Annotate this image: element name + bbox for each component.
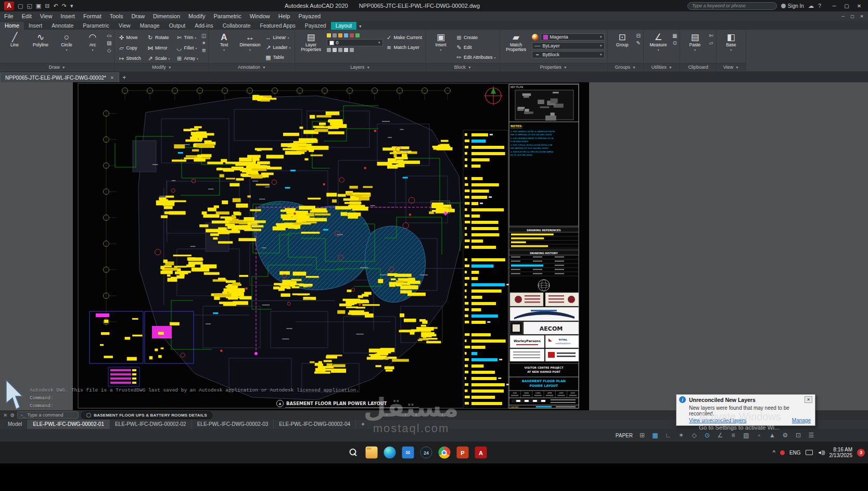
language-indicator[interactable]: ENG [789,450,801,456]
clean-screen-icon[interactable]: ⊡ [794,432,803,439]
file-tab-active[interactable]: NPP0065-JTC-ELE-PWL-IFC-DWG-00002* ✕ [0,72,119,82]
polar-icon[interactable]: ✶ [676,432,686,439]
taskbar-app-badge-icon[interactable]: 24 [420,447,432,459]
selection-icon[interactable]: ▫ [755,432,764,439]
menu-item-modify[interactable]: Modify [184,11,209,21]
mdi-close-icon[interactable]: ✕ [858,12,866,20]
groups-panel-title[interactable]: Groups▼ [608,63,643,71]
ribbon-tab-add-ins[interactable]: Add-ins [190,22,218,30]
taskbar-powerpoint-icon[interactable]: P [456,447,468,459]
ribbon-tab-annotate[interactable]: Annotate [47,22,78,30]
plot-icon[interactable]: ⊟ [45,3,49,9]
layer-tool-icons[interactable] [327,48,383,52]
create-block-button[interactable]: ⊞Create [455,33,497,42]
snap-icon[interactable]: ▦ [650,432,660,439]
offset-icon[interactable]: ≣ [201,47,206,54]
osnap-icon[interactable]: ⊙ [703,432,712,439]
id-point-icon[interactable]: ⊙ [672,40,677,46]
circle-button[interactable]: ○Circle▾ [55,31,79,53]
help-icon[interactable]: ? [818,3,821,9]
menu-item-draw[interactable]: Draw [127,11,149,21]
group-edit-icon[interactable]: ✎ [636,40,641,46]
make-current-button[interactable]: ✓Make Current [385,33,424,42]
customize-icon[interactable]: ☰ [807,432,816,439]
erase-icon[interactable]: ◫ [201,33,206,39]
save-icon[interactable]: ▣ [36,3,41,9]
maximize-button[interactable]: ▢ [841,1,852,10]
menu-item-file[interactable]: File [0,11,18,21]
ribbon-tab-featured-apps[interactable]: Featured Apps [255,22,300,30]
measure-button[interactable]: ∠Measure▾ [646,31,670,53]
minimize-button[interactable]: ─ [828,1,840,10]
clock[interactable]: 8:16 AM 2/13/2025 [829,447,853,459]
volume-icon[interactable]: ◄))) [818,450,825,455]
ribbon-tab-payazed[interactable]: Payazed [300,22,331,30]
sign-in-button[interactable]: Sign In [781,3,804,9]
layout-paper[interactable]: ABASEMENT FLOOR PLAN POWER LAYOUTKEY PLA… [73,82,589,410]
ribbon-tab-insert[interactable]: Insert [24,22,47,30]
tray-expand-icon[interactable]: ^ [773,449,775,456]
layers-panel-title[interactable]: Layers▼ [295,63,426,71]
ribbon-tab-overflow-caret[interactable]: ▾ [356,23,364,30]
polyline-button[interactable]: ∿Polyline [29,31,53,47]
transparency-icon[interactable]: ▨ [742,432,751,439]
modify-move-button[interactable]: ✜Move [117,33,142,42]
text-button[interactable]: AText▾ [212,31,236,53]
taskbar-start-icon[interactable] [329,447,341,459]
menu-item-format[interactable]: Format [79,11,106,21]
ribbon-tab-home[interactable]: Home [0,22,24,30]
command-input[interactable]: >_ Type a command [17,411,79,419]
ribbon-tab-output[interactable]: Output [164,22,190,30]
edit-attributes-button[interactable]: ✏Edit Attributes▾ [455,53,497,61]
modify-panel-title[interactable]: Modify▼ [114,63,209,71]
base-button[interactable]: ◧Base▾ [719,31,743,53]
detail-view-pill[interactable]: BASEMENT FLOOR UPS & BATTERY ROOMS DETAI… [81,411,212,419]
copy-clip-icon[interactable]: ▱ [709,40,713,46]
leader-button[interactable]: ↗Leader▾ [264,43,291,52]
command-customize-icon[interactable]: ⚙ [10,412,15,418]
modify-scale-button[interactable]: ⇗Scale▾ [146,54,171,62]
command-close-icon[interactable]: ✕ [3,412,7,418]
workspace-icon[interactable]: ⚙ [781,432,790,439]
ungroup-icon[interactable]: ⊟ [636,33,641,39]
menu-item-parametric[interactable]: Parametric [209,11,245,21]
menu-item-help[interactable]: Help [274,11,295,21]
lineweight-dropdown[interactable]: ━ByBlock▾ [532,51,605,58]
layout-tab-ele-pwl-ifc-dwg-00002-01[interactable]: ELE-PWL-IFC-DWG-00002-01 [28,420,110,429]
redo-icon[interactable]: ↷ [62,3,67,9]
menu-item-tools[interactable]: Tools [106,11,127,21]
taskbar-file-explorer-icon[interactable] [365,447,377,459]
new-file-tab-button[interactable]: + [119,72,130,82]
menu-item-window[interactable]: Window [246,11,274,21]
grid-icon[interactable]: ⊞ [637,432,647,439]
modify-mirror-button[interactable]: ⋈Mirror [146,44,171,52]
object-color-dropdown[interactable]: Magenta▾ [541,33,605,41]
quick-calc-icon[interactable]: ▦ [672,33,677,39]
mdi-minimize-icon[interactable]: ─ [839,12,847,20]
utilities-panel-title[interactable]: Utilities▼ [644,63,680,71]
match-layer-button[interactable]: ≋Match Layer [385,43,424,52]
isodraft-icon[interactable]: ◇ [690,432,699,439]
menu-item-payazed[interactable]: Payazed [294,11,325,21]
manage-link[interactable]: Manage [792,418,811,423]
taskbar-mail-icon[interactable]: ✉ [402,447,414,459]
ribbon-tab-collaborate[interactable]: Collaborate [218,22,256,30]
layout-tab-ele-pwl-ifc-dwg-00002-04[interactable]: ELE-PWL-IFC-DWG-00002-04 [274,420,356,429]
ribbon-tab-layout[interactable]: Layout [331,22,357,30]
layer-properties-button[interactable]: ▤Layer Properties [298,31,325,52]
rectangle-icon[interactable]: ▭ [107,33,111,39]
file-tab-close-icon[interactable]: ✕ [110,75,114,80]
mdi-restore-icon[interactable]: ▢ [848,12,857,20]
block-panel-title[interactable]: Block▼ [426,63,500,71]
color-wheel-icon[interactable] [532,34,539,41]
ortho-icon[interactable]: ∟ [663,432,673,439]
modify-trim-button[interactable]: ✄Trim▾ [175,33,200,42]
menu-item-insert[interactable]: Insert [56,11,79,21]
modify-rotate-button[interactable]: ↻Rotate [146,33,171,42]
hatch-icon[interactable]: ▨ [107,40,111,46]
properties-panel-title[interactable]: Properties▼ [500,63,607,71]
menu-item-edit[interactable]: Edit [18,11,36,21]
linetype-dropdown[interactable]: ──ByLayer▾ [532,42,605,49]
taskbar-chrome-icon[interactable] [438,447,450,459]
linear-button[interactable]: ↔Linear▾ [264,33,291,42]
